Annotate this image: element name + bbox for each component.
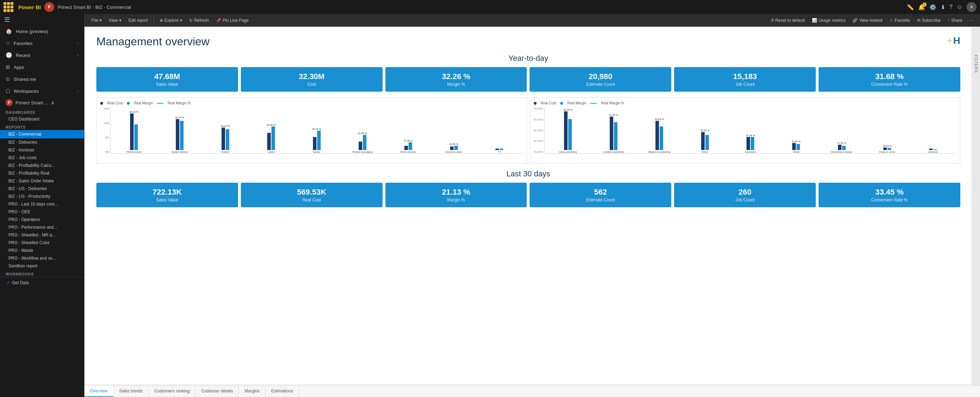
kpi-card-cost[interactable]: 32.30M Cost xyxy=(241,67,383,92)
kpi-card-margin--[interactable]: 32.26 % Margin % xyxy=(385,67,527,92)
usage-metrics-btn[interactable]: 📊 Usage metrics xyxy=(809,17,848,24)
bottom-tab-estimations[interactable]: Estimations xyxy=(266,386,299,397)
kpi-label: Sales Value xyxy=(100,82,235,87)
workspace-header[interactable]: P Prinect Smart ... ∧ xyxy=(0,97,84,108)
bar-group[interactable]: 32.38 %Labels xyxy=(249,124,293,153)
edit-report-btn[interactable]: Edit report xyxy=(126,17,151,24)
bottom-tab-customers-ranking[interactable]: Customers ranking xyxy=(149,386,196,397)
hamburger-menu[interactable]: ☰ xyxy=(4,16,10,24)
sidebar-pro-sheetfed-color[interactable]: PRO - Sheetfed Color xyxy=(0,239,84,247)
breadcrumb-report[interactable]: BIZ - Commercial xyxy=(95,5,131,10)
bar-group[interactable]: 40.10 %Books xyxy=(295,128,339,153)
kpi-card-job-count[interactable]: 15,183 Job Count xyxy=(674,67,816,92)
file-menu[interactable]: File ▾ xyxy=(89,17,105,24)
share-btn[interactable]: ↑ Share xyxy=(945,17,965,24)
sidebar-item-favorites[interactable]: ☆ Favorites › xyxy=(0,37,84,49)
kpi-card-conversion-rate--[interactable]: 33.45 % Conversion Rate % xyxy=(819,183,960,207)
bar-group[interactable]: 41.88 %Flexible packaging xyxy=(340,132,385,153)
sidebar-biz-invoices[interactable]: BIZ - Invoices xyxy=(0,146,84,154)
kpi-value: 32.26 % xyxy=(389,72,523,81)
sidebar-pro-workflow[interactable]: PRO - Workflow and se... xyxy=(0,254,84,262)
bar-percentage: 25.42 % xyxy=(129,111,138,113)
kpi-card-conversion-rate--[interactable]: 31.68 % Conversion Rate % xyxy=(819,67,960,92)
kpi-card-job-count[interactable]: 260 Job Count xyxy=(674,183,816,207)
sidebar-pro-sheetfed-mr[interactable]: PRO - Sheetfed - MR a... xyxy=(0,231,84,239)
edit-icon[interactable]: ✏️ xyxy=(907,4,914,11)
get-data-button[interactable]: ↗ Get Data xyxy=(0,277,84,289)
bottom-tab-sales-trends[interactable]: Sales trends xyxy=(114,386,149,397)
bar-group[interactable]: 35.25 %Book publishing xyxy=(546,108,590,153)
sidebar-biz-jobcosts[interactable]: BIZ - Job costs xyxy=(0,154,84,162)
sidebar-item-workspaces[interactable]: ⬡ Workspaces › xyxy=(0,85,84,97)
legend-margin-pct-label: Real Margin % xyxy=(168,101,191,105)
refresh-btn[interactable]: ↻ Refresh xyxy=(186,17,212,24)
bar-group[interactable]: 27.55 %Marketing & design xyxy=(820,142,864,153)
bar-group[interactable]: ?? xyxy=(477,148,522,153)
kpi-card-real-cost[interactable]: 569.53K Real Cost xyxy=(241,183,383,207)
view-related-btn[interactable]: 🔗 View related xyxy=(850,17,885,24)
user-avatar-right[interactable]: A xyxy=(967,2,977,12)
settings-icon[interactable]: ⚙️ xyxy=(929,4,936,11)
bar-dark xyxy=(450,146,453,150)
favorite-btn[interactable]: ☆ Favorite xyxy=(886,17,913,24)
view-menu[interactable]: View ▾ xyxy=(106,17,124,24)
kpi-card-estimate-count[interactable]: 20,980 Estimate Count xyxy=(530,67,671,92)
kpi-card-estimate-count[interactable]: 562 Estimate Count xyxy=(530,183,671,207)
bar-group[interactable]: 30.28 %Other xyxy=(683,129,727,153)
sidebar-sandbox[interactable]: Sandbox report xyxy=(0,262,84,270)
download-icon[interactable]: ⬇ xyxy=(940,4,945,11)
more-options-btn[interactable]: ··· xyxy=(967,17,976,24)
sidebar-item-shared[interactable]: ⊙ Shared me xyxy=(0,73,84,85)
sidebar-pro-last10[interactable]: PRO - Last 10 days cont... xyxy=(0,200,84,208)
legend2-real-cost-dot xyxy=(534,102,536,105)
notification-icon[interactable]: 🔔1 xyxy=(918,4,925,11)
kpi-card-sales-value[interactable]: 722.13K Sales Value xyxy=(96,183,238,207)
bar-group[interactable]: 25.42 %Perfect bound xyxy=(112,111,156,153)
feedback-icon[interactable]: ☺ xyxy=(957,4,963,10)
kpi-card-sales-value[interactable]: 47.68M Sales Value xyxy=(96,67,238,92)
bar-group[interactable]: 19.62 %Retail xyxy=(774,140,818,153)
ellipsis-icon[interactable]: ··· xyxy=(74,132,78,137)
bottom-tab-margins[interactable]: Margins xyxy=(239,386,266,397)
sidebar-biz-us-del[interactable]: BIZ - US - Deliveries xyxy=(0,185,84,192)
sidebar-biz-deliveries[interactable]: BIZ - Deliveries xyxy=(0,138,84,146)
sidebar-item-apps[interactable]: ⊞ Apps xyxy=(0,61,84,73)
sidebar-biz-sales[interactable]: BIZ - Sales Order Intake xyxy=(0,177,84,185)
explore-btn[interactable]: ⊕ Explore ▾ xyxy=(157,17,185,24)
bar-group[interactable]: 37.38 %Shrink sleeves xyxy=(386,140,430,153)
kpi-label: Margin % xyxy=(389,82,523,87)
subscribe-btn[interactable]: ✉ Subscribe xyxy=(914,17,943,24)
sidebar-biz-profcalc[interactable]: BIZ - Profitability Calcu... xyxy=(0,162,84,169)
kpi-card-margin--[interactable]: 21.13 % Margin % xyxy=(385,183,527,207)
bar-group[interactable]: 31.54 %Education xyxy=(728,134,773,153)
reset-default-btn[interactable]: ↺ Reset to default xyxy=(768,17,808,24)
y2-label-35: 35.00% xyxy=(534,129,543,132)
breadcrumb-workspace[interactable]: Prinect Smart BI xyxy=(58,5,91,10)
sidebar-pro-waste[interactable]: PRO - Waste xyxy=(0,247,84,254)
sidebar-ceo-dashboard[interactable]: CEO Dashboard xyxy=(0,115,84,123)
sidebar-pro-operators[interactable]: PRO - Operators xyxy=(0,216,84,224)
filters-panel[interactable]: FILTERS xyxy=(972,27,980,386)
sidebar-biz-commercial[interactable]: BIZ - Commercial ··· xyxy=(0,130,84,138)
sidebar-biz-us-prod[interactable]: BIZ - US - Productivity xyxy=(0,192,84,200)
sidebar-item-home[interactable]: 🏠 Home (preview) xyxy=(0,25,84,37)
bar-dark xyxy=(359,141,362,150)
legend-margin-pct-line xyxy=(157,103,164,104)
waffle-menu[interactable] xyxy=(3,2,13,12)
pin-live-page-btn[interactable]: 📌 Pin Live Page xyxy=(213,17,251,24)
bottom-tab-customer-details[interactable]: Customer details xyxy=(196,386,239,397)
sidebar-item-recent[interactable]: 🕐 Recent › xyxy=(0,49,84,61)
sidebar-biz-profreal[interactable]: BIZ - Profitability Real xyxy=(0,169,84,177)
help-icon[interactable]: ? xyxy=(950,4,953,10)
sidebar-pro-perf[interactable]: PRO - Performance and... xyxy=(0,224,84,231)
bar-group[interactable]: 31.40 %Lifestyle publishing xyxy=(592,114,636,153)
bar-group[interactable]: 30.84 %Magazine publishing xyxy=(637,118,681,153)
bar-group[interactable]: 34.25 %Folders xyxy=(203,125,248,153)
bottom-tab-overview[interactable]: Overview xyxy=(84,386,114,397)
bar-group[interactable]: 16.03 %Finance sector xyxy=(865,145,910,153)
bar-group[interactable]: Unknown xyxy=(911,148,955,153)
chevron-down-icon-view: ▾ xyxy=(119,18,121,23)
bar-group[interactable]: 33.06 %Business cards xyxy=(432,143,476,153)
sidebar-pro-oee[interactable]: PRO - OEE xyxy=(0,208,84,216)
bar-group[interactable]: 34.70 %Saddle stitched xyxy=(158,116,202,153)
